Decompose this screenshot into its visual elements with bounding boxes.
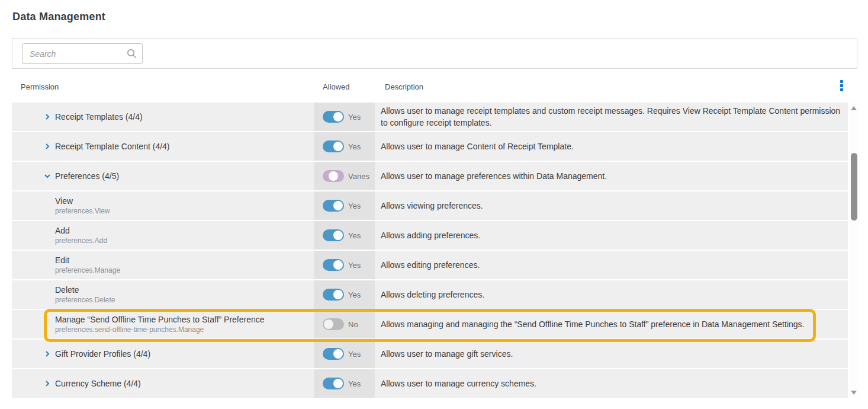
allowed-cell: Yes [314,251,375,279]
table-row: Preferences (4/5) Varies Allows user to … [12,162,848,190]
allowed-cell: Yes [314,191,375,220]
allowed-toggle[interactable] [323,348,344,360]
allowed-toggle[interactable] [323,318,344,330]
search-field-wrap [22,43,143,64]
permission-cell: Deletepreferences.Delete [12,280,314,309]
toggle-state-label: Yes [348,290,361,299]
permission-cell: Preferences (4/5) [12,162,314,190]
description-cell: Allows viewing preferences. [375,191,848,220]
toggle-state-label: No [348,320,358,329]
chevron-right-icon[interactable] [44,113,53,121]
allowed-toggle[interactable] [323,140,344,152]
chevron-down-icon[interactable] [44,172,53,180]
search-icon[interactable] [127,49,137,59]
scrollbar-thumb[interactable] [851,153,857,221]
description-cell: Allows user to manage currency schemes. [375,369,848,398]
permission-key: preferences.send-offline-time-punches.Ma… [55,325,265,334]
scroll-down-arrow-icon[interactable] [851,391,857,395]
permission-cell: Gift Provider Profiles (4/4) [12,340,314,368]
description-cell: Allows adding preferences. [375,221,848,250]
permission-key: preferences.Add [55,236,107,245]
permission-cell: Manage “Send Offline Time Punches to Sta… [12,310,314,338]
table-row: Receipt Template Content (4/4) Yes Allow… [12,132,848,161]
toggle-state-label: Yes [348,261,361,270]
allowed-cell: Varies [314,162,375,190]
description-cell: Allows managing and managing the “Send O… [375,310,848,338]
description-cell: Allows user to manage receipt templates … [375,103,848,131]
column-header-description: Description [385,82,423,91]
description-cell: Allows user to manage Content of Receipt… [375,132,848,161]
permission-label: Delete [55,285,115,295]
allowed-toggle[interactable] [323,229,344,241]
column-header-allowed: Allowed [323,82,350,91]
permission-cell: Currency Scheme (4/4) [12,369,314,398]
permission-label: Receipt Template Content (4/4) [55,141,170,152]
chevron-right-icon[interactable] [44,350,53,358]
permission-key: preferences.Manage [55,266,120,275]
description-cell: Allows editing preferences. [375,251,848,279]
data-management-page: Data Management Permission Allowed Descr… [0,0,868,409]
permission-label: Receipt Templates (4/4) [55,111,143,122]
permission-cell: Receipt Templates (4/4) [12,103,314,131]
table-row: Viewpreferences.View Yes Allows viewing … [12,191,848,220]
allowed-toggle[interactable] [323,200,344,212]
permission-cell: Receipt Template Content (4/4) [12,132,314,161]
table-row: Addpreferences.Add Yes Allows adding pre… [12,221,848,250]
toggle-state-label: Yes [348,142,361,151]
table-row: Receipt Templates (4/4) Yes Allows user … [12,103,848,131]
allowed-cell: No [314,310,375,338]
description-cell: Allows user to manage gift services. [375,340,848,368]
toggle-state-label: Yes [348,202,361,210]
toggle-state-label: Varies [348,172,369,181]
allowed-cell: Yes [314,103,375,131]
permission-label: Preferences (4/5) [55,171,119,181]
allowed-toggle[interactable] [323,170,344,182]
permission-cell: Addpreferences.Add [12,221,314,250]
allowed-cell: Yes [314,221,375,250]
permission-key: preferences.Delete [55,295,115,305]
allowed-cell: Yes [314,340,375,368]
table-row: Editpreferences.Manage Yes Allows editin… [12,251,848,279]
permissions-table: Receipt Templates (4/4) Yes Allows user … [12,103,848,399]
permission-label: View [55,196,110,206]
page-title: Data Management [12,11,105,23]
search-input[interactable] [22,43,143,64]
permission-cell: Viewpreferences.View [12,191,314,220]
toggle-state-label: Yes [348,231,361,240]
description-cell: Allows deleting preferences. [375,280,848,309]
permission-label: Currency Scheme (4/4) [55,378,141,389]
permission-cell: Editpreferences.Manage [12,251,314,279]
allowed-toggle[interactable] [323,259,344,271]
allowed-toggle[interactable] [323,378,344,389]
table-row: Gift Provider Profiles (4/4) Yes Allows … [12,340,848,368]
toggle-state-label: Yes [348,113,361,122]
allowed-cell: Yes [314,369,375,398]
allowed-cell: Yes [314,280,375,309]
permission-label: Edit [55,255,120,266]
permission-label: Gift Provider Profiles (4/4) [55,349,150,359]
scroll-up-arrow-icon[interactable] [851,106,857,110]
table-row: Deletepreferences.Delete Yes Allows dele… [12,280,848,309]
scrollbar[interactable] [849,103,859,398]
search-panel [12,38,857,69]
toggle-state-label: Yes [348,379,361,388]
permission-label: Manage “Send Offline Time Punches to Sta… [55,314,265,325]
allowed-toggle[interactable] [323,289,344,301]
permission-label: Add [55,225,107,236]
kebab-menu-icon[interactable] [835,80,847,94]
column-header-permission: Permission [21,82,59,91]
permission-key: preferences.View [55,206,110,216]
chevron-right-icon[interactable] [44,142,53,151]
table-row: Currency Scheme (4/4) Yes Allows user to… [12,369,848,398]
toggle-state-label: Yes [348,350,361,359]
table-row-highlighted: Manage “Send Offline Time Punches to Sta… [12,310,848,338]
allowed-toggle[interactable] [323,111,344,123]
description-cell: Allows user to manage preferences within… [375,162,848,190]
allowed-cell: Yes [314,132,375,161]
chevron-right-icon[interactable] [44,379,53,388]
